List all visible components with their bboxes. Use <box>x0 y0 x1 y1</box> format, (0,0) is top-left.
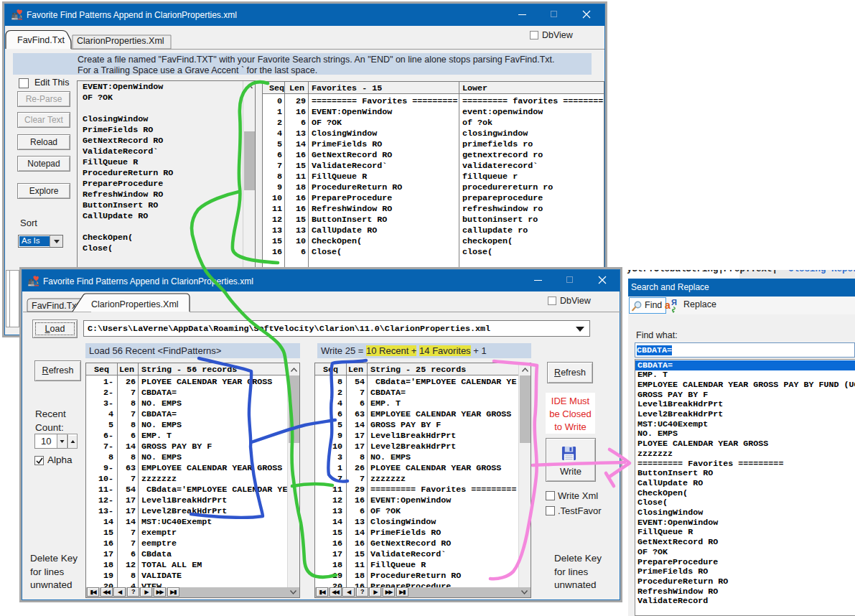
svg-text:a: a <box>665 299 671 311</box>
svg-text:FavFind.Txt: FavFind.Txt <box>17 35 65 45</box>
svg-text:ClarionProperties.Xml: ClarionProperties.Xml <box>91 299 179 309</box>
svg-text:FavFind.Txt: FavFind.Txt <box>32 301 80 311</box>
svg-text:Я: Я <box>671 299 677 307</box>
svg-text:ClarionProperties.Xml: ClarionProperties.Xml <box>77 36 164 46</box>
